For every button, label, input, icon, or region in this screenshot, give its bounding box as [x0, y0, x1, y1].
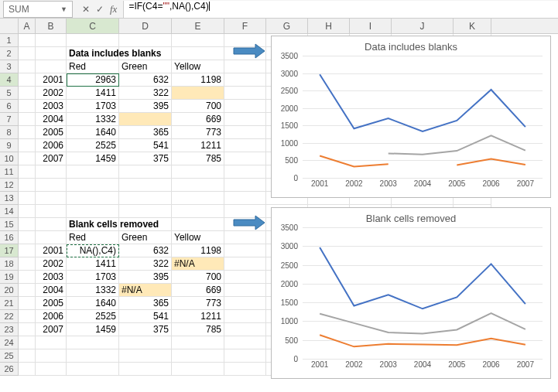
- cell[interactable]: #N/A: [119, 284, 172, 297]
- cell[interactable]: [67, 192, 119, 205]
- cell[interactable]: 541: [119, 139, 172, 152]
- cell[interactable]: 2004: [36, 284, 67, 297]
- cell[interactable]: [119, 47, 172, 60]
- cell[interactable]: 1198: [172, 244, 224, 257]
- cell[interactable]: 669: [172, 113, 224, 126]
- cell[interactable]: [172, 179, 224, 192]
- cell[interactable]: Yellow: [172, 231, 224, 244]
- cell[interactable]: 395: [119, 271, 172, 284]
- cell[interactable]: 632: [119, 73, 172, 87]
- cell[interactable]: [224, 60, 266, 73]
- row-header[interactable]: 19: [0, 271, 19, 284]
- cell[interactable]: Yellow: [172, 60, 224, 73]
- cell[interactable]: [224, 284, 266, 297]
- row-header[interactable]: 9: [0, 139, 19, 152]
- cell[interactable]: [224, 87, 266, 100]
- cell[interactable]: [119, 192, 172, 205]
- cell[interactable]: [119, 336, 172, 349]
- cell[interactable]: [19, 336, 36, 349]
- cell[interactable]: [19, 271, 36, 284]
- cell[interactable]: [36, 231, 67, 244]
- cell[interactable]: 322: [119, 257, 172, 271]
- cell[interactable]: [224, 192, 266, 205]
- cell[interactable]: [224, 244, 266, 257]
- cell[interactable]: 1459: [67, 323, 119, 336]
- cell[interactable]: 2007: [36, 152, 67, 165]
- row-header[interactable]: 17: [0, 244, 19, 257]
- cell[interactable]: [119, 179, 172, 192]
- cell[interactable]: 395: [119, 100, 172, 113]
- cell[interactable]: [224, 139, 266, 152]
- cell[interactable]: [19, 87, 36, 100]
- cell[interactable]: Green: [119, 231, 172, 244]
- cell[interactable]: [19, 297, 36, 310]
- cell[interactable]: [172, 349, 224, 363]
- cell[interactable]: 2525: [67, 139, 119, 152]
- row-header[interactable]: 4: [0, 73, 19, 87]
- cell[interactable]: [119, 205, 172, 218]
- cell[interactable]: [19, 126, 36, 139]
- cell[interactable]: [172, 205, 224, 218]
- cell[interactable]: 700: [172, 271, 224, 284]
- cell[interactable]: [19, 179, 36, 192]
- chart-includes-blanks[interactable]: Data includes blanks 0500100015002000250…: [271, 36, 551, 198]
- cell[interactable]: 365: [119, 126, 172, 139]
- cell[interactable]: [19, 231, 36, 244]
- cell[interactable]: [36, 218, 67, 231]
- cell[interactable]: [19, 284, 36, 297]
- cell[interactable]: Green: [119, 60, 172, 73]
- cell[interactable]: 1198: [172, 73, 224, 87]
- cell[interactable]: [119, 363, 172, 376]
- cell[interactable]: 375: [119, 152, 172, 165]
- cell[interactable]: [36, 205, 67, 218]
- col-header[interactable]: E: [172, 19, 224, 33]
- col-header[interactable]: H: [308, 19, 350, 33]
- cell[interactable]: 700: [172, 100, 224, 113]
- cell[interactable]: [19, 100, 36, 113]
- cell[interactable]: Data includes blanks: [67, 47, 119, 60]
- col-header[interactable]: I: [350, 19, 392, 33]
- row-header[interactable]: 2: [0, 47, 19, 60]
- cell[interactable]: [36, 192, 67, 205]
- cell[interactable]: Red: [67, 231, 119, 244]
- cell[interactable]: 2005: [36, 126, 67, 139]
- cell[interactable]: #N/A: [172, 257, 224, 271]
- formula-input[interactable]: =IF(C4="",NA(),C4): [123, 1, 558, 18]
- cell[interactable]: NA(),C4): [67, 244, 119, 257]
- cell[interactable]: [36, 349, 67, 363]
- row-header[interactable]: 13: [0, 192, 19, 205]
- cell[interactable]: [224, 100, 266, 113]
- cell[interactable]: [36, 363, 67, 376]
- cell[interactable]: [36, 34, 67, 47]
- cell[interactable]: 1640: [67, 297, 119, 310]
- cell[interactable]: [19, 47, 36, 60]
- cell[interactable]: 2004: [36, 113, 67, 126]
- row-header[interactable]: 8: [0, 126, 19, 139]
- row-header[interactable]: 3: [0, 60, 19, 73]
- cell[interactable]: [19, 310, 36, 323]
- cell[interactable]: 2003: [36, 271, 67, 284]
- cell[interactable]: 785: [172, 152, 224, 165]
- cell[interactable]: [172, 34, 224, 47]
- cell[interactable]: [19, 363, 36, 376]
- cell[interactable]: [19, 244, 36, 257]
- cell[interactable]: [224, 179, 266, 192]
- cell[interactable]: [224, 165, 266, 179]
- row-header[interactable]: 24: [0, 336, 19, 349]
- cell[interactable]: [19, 113, 36, 126]
- cell[interactable]: [224, 73, 266, 87]
- cell[interactable]: 1459: [67, 152, 119, 165]
- cell[interactable]: [67, 349, 119, 363]
- row-header[interactable]: 26: [0, 363, 19, 376]
- col-header[interactable]: A: [19, 19, 36, 33]
- cell[interactable]: 2525: [67, 310, 119, 323]
- row-header[interactable]: 6: [0, 100, 19, 113]
- cell[interactable]: [19, 205, 36, 218]
- cell[interactable]: [67, 34, 119, 47]
- col-header[interactable]: C: [67, 19, 119, 33]
- cell[interactable]: [119, 113, 172, 126]
- row-header[interactable]: 20: [0, 284, 19, 297]
- cell[interactable]: 773: [172, 126, 224, 139]
- cell[interactable]: [36, 179, 67, 192]
- cell[interactable]: Red: [67, 60, 119, 73]
